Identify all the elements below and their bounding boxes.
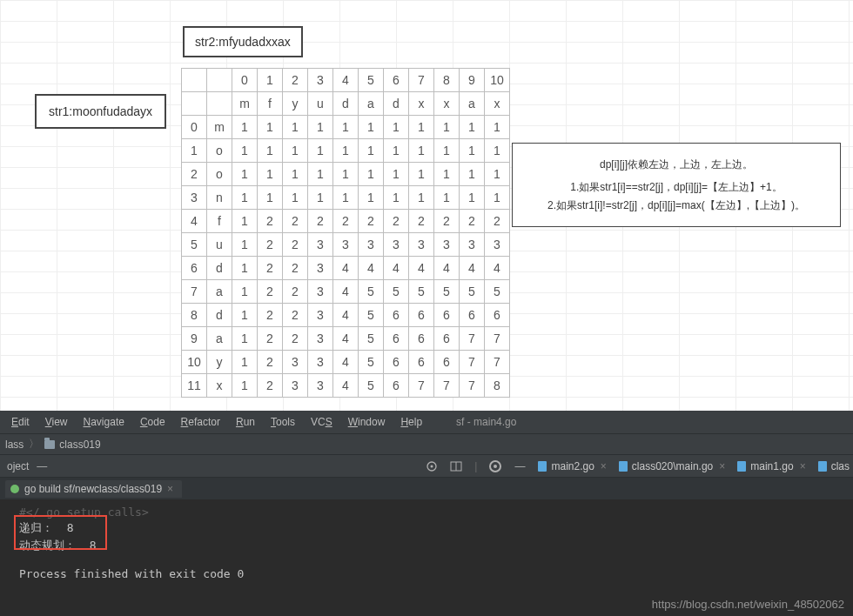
dp-cell[interactable]: 1 [409, 116, 434, 139]
dp-cell[interactable]: 4 [384, 257, 409, 280]
dp-cell[interactable]: 3 [308, 233, 333, 257]
dp-cell[interactable]: 8 [182, 304, 207, 327]
dp-cell[interactable]: 3 [308, 327, 333, 351]
gear-icon[interactable] [489, 460, 501, 472]
dp-cell[interactable]: 9 [460, 69, 485, 92]
dp-cell[interactable]: 1 [434, 116, 460, 139]
dp-cell[interactable]: 1 [485, 139, 510, 163]
dp-cell[interactable]: 5 [434, 280, 460, 304]
menu-code[interactable]: Code [132, 413, 173, 431]
dp-cell[interactable]: 3 [485, 233, 510, 257]
dp-cell[interactable]: 6 [434, 351, 460, 374]
dp-cell[interactable]: 1 [409, 139, 434, 163]
dp-cell[interactable]: o [207, 139, 232, 163]
dp-cell[interactable]: 3 [333, 233, 359, 257]
dp-cell[interactable]: 2 [283, 304, 308, 327]
dp-cell[interactable]: x [207, 374, 232, 398]
dp-cell[interactable]: 7 [434, 374, 460, 398]
dp-cell[interactable]: 1 [232, 116, 258, 139]
dp-cell[interactable]: 2 [182, 163, 207, 186]
dp-cell[interactable]: 2 [258, 257, 283, 280]
close-icon[interactable]: × [167, 483, 173, 495]
dp-cell[interactable]: 3 [308, 69, 333, 92]
dp-cell[interactable]: 6 [460, 304, 485, 327]
dp-cell[interactable]: 8 [485, 374, 510, 398]
dp-cell[interactable]: x [409, 92, 434, 116]
dp-cell[interactable]: 2 [283, 233, 308, 257]
dp-cell[interactable]: 3 [308, 351, 333, 374]
dp-cell[interactable]: 0 [232, 69, 258, 92]
editor-tab[interactable]: clas [818, 460, 850, 472]
dp-cell[interactable]: 3 [359, 233, 384, 257]
dp-cell[interactable]: 1 [460, 116, 485, 139]
breadcrumb-first[interactable]: lass [5, 439, 24, 451]
dp-cell[interactable]: 4 [333, 69, 359, 92]
dp-cell[interactable]: 2 [460, 210, 485, 233]
dp-cell[interactable]: 1 [232, 186, 258, 210]
dp-cell[interactable]: 1 [384, 163, 409, 186]
menu-help[interactable]: Help [393, 413, 430, 431]
menu-run[interactable]: Run [228, 413, 263, 431]
dp-cell[interactable]: 2 [359, 210, 384, 233]
dp-cell[interactable]: 5 [485, 280, 510, 304]
dp-cell[interactable]: 1 [232, 139, 258, 163]
dp-cell[interactable]: 9 [182, 327, 207, 351]
dp-cell[interactable]: 6 [409, 351, 434, 374]
dp-cell[interactable]: 2 [434, 210, 460, 233]
dp-cell[interactable]: 2 [258, 210, 283, 233]
dp-cell[interactable]: 4 [182, 210, 207, 233]
dp-cell[interactable]: d [207, 304, 232, 327]
dp-cell[interactable]: 2 [333, 210, 359, 233]
menu-edit[interactable]: Edit [3, 413, 37, 431]
dp-cell[interactable]: 2 [258, 304, 283, 327]
dp-cell[interactable]: 1 [232, 257, 258, 280]
dp-cell[interactable]: 3 [182, 186, 207, 210]
dp-cell[interactable]: 5 [359, 351, 384, 374]
dp-cell[interactable]: 2 [258, 280, 283, 304]
dp-cell[interactable]: 2 [283, 210, 308, 233]
dp-cell[interactable]: 7 [485, 351, 510, 374]
dp-cell[interactable]: 6 [409, 327, 434, 351]
hide-icon[interactable]: — [514, 460, 526, 472]
dp-cell[interactable]: 2 [258, 351, 283, 374]
dp-cell[interactable]: 5 [359, 280, 384, 304]
dp-cell[interactable]: 2 [258, 374, 283, 398]
dp-cell[interactable]: y [207, 351, 232, 374]
dp-cell[interactable]: 2 [485, 210, 510, 233]
editor-tab[interactable]: main2.go× [538, 460, 606, 472]
close-icon[interactable]: × [719, 460, 725, 472]
close-icon[interactable]: × [601, 460, 607, 472]
dp-cell[interactable]: 1 [232, 327, 258, 351]
dp-cell[interactable]: 4 [333, 327, 359, 351]
dp-cell[interactable]: 10 [182, 351, 207, 374]
dp-cell[interactable]: 4 [460, 257, 485, 280]
dp-cell[interactable]: 7 [182, 280, 207, 304]
dp-cell[interactable]: 1 [434, 186, 460, 210]
dp-cell[interactable]: 6 [409, 304, 434, 327]
dp-cell[interactable]: 4 [333, 351, 359, 374]
dp-cell[interactable]: 1 [485, 163, 510, 186]
dp-cell[interactable]: x [485, 92, 510, 116]
dp-cell[interactable]: f [258, 92, 283, 116]
menu-view[interactable]: View [37, 413, 76, 431]
dp-cell[interactable]: 1 [258, 186, 283, 210]
dp-cell[interactable]: a [359, 92, 384, 116]
dp-cell[interactable]: 1 [308, 163, 333, 186]
dp-cell[interactable]: 4 [333, 304, 359, 327]
dp-cell[interactable]: 1 [333, 163, 359, 186]
editor-tab[interactable]: main1.go× [737, 460, 805, 472]
dp-cell[interactable]: 1 [232, 374, 258, 398]
dp-cell[interactable]: 5 [359, 304, 384, 327]
dp-cell[interactable]: 1 [359, 116, 384, 139]
dp-cell[interactable]: 5 [460, 280, 485, 304]
dp-cell[interactable]: 2 [283, 257, 308, 280]
dp-cell[interactable]: 1 [384, 139, 409, 163]
target-icon[interactable] [426, 460, 438, 472]
dp-cell[interactable]: 1 [258, 163, 283, 186]
dp-cell[interactable]: 8 [434, 69, 460, 92]
dp-cell[interactable]: 7 [409, 374, 434, 398]
dp-cell[interactable]: a [460, 92, 485, 116]
dp-cell[interactable]: 1 [409, 163, 434, 186]
dp-cell[interactable]: 7 [460, 374, 485, 398]
dp-cell[interactable] [207, 92, 232, 116]
